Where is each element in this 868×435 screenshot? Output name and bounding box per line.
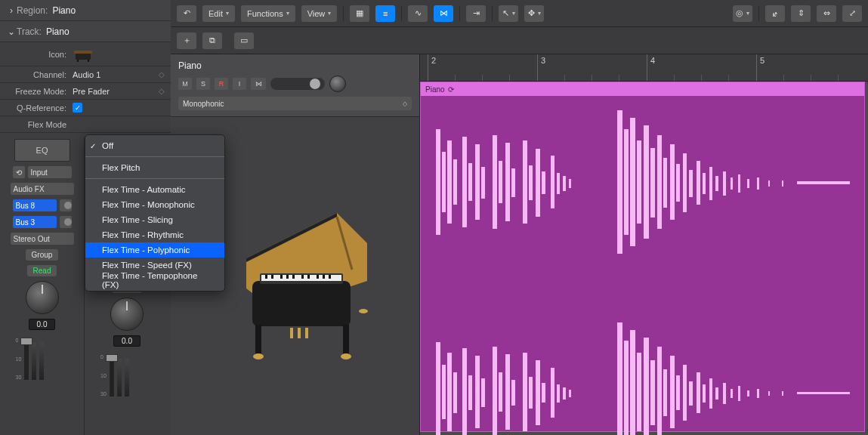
- svg-rect-60: [697, 161, 700, 205]
- pointer-tool[interactable]: ↖▾: [499, 5, 518, 22]
- record-button[interactable]: R: [215, 78, 228, 90]
- input-monitor-button[interactable]: I: [233, 78, 246, 90]
- region-header[interactable]: › Region: Piano: [0, 0, 171, 21]
- svg-rect-62: [709, 167, 712, 200]
- flex-toggle-icon[interactable]: ⋈: [251, 78, 266, 90]
- catch-icon[interactable]: ⇥: [466, 5, 486, 22]
- output-slot[interactable]: Stereo Out: [11, 233, 74, 245]
- region-label: Region:: [17, 5, 48, 16]
- group-button[interactable]: Group: [26, 249, 59, 261]
- channel-row[interactable]: Channel: Audio 1 ◇: [0, 66, 171, 83]
- qref-row[interactable]: Q-Reference: ✓: [0, 100, 171, 116]
- flex-mode-select[interactable]: Monophonic ◇: [178, 97, 412, 110]
- send-bus-1[interactable]: Bus 8: [13, 199, 57, 211]
- svg-rect-75: [453, 372, 457, 413]
- alt-tool[interactable]: ✥▾: [524, 5, 544, 22]
- mute-button[interactable]: M: [178, 78, 192, 90]
- volume-slider[interactable]: [270, 78, 325, 90]
- view-menu[interactable]: View▾: [301, 5, 338, 22]
- flex-menu-item[interactable]: Flex Pitch: [85, 160, 224, 175]
- svg-rect-41: [529, 165, 533, 200]
- audiofx-slot[interactable]: Audio FX: [11, 183, 74, 195]
- back-button[interactable]: ↶: [177, 5, 196, 22]
- svg-rect-67: [747, 179, 749, 188]
- svg-rect-107: [715, 387, 718, 400]
- grid-icon[interactable]: ▦: [350, 5, 369, 22]
- track-value: Piano: [46, 26, 70, 37]
- qref-label: Q-Reference:: [6, 103, 73, 113]
- svg-rect-104: [697, 372, 700, 413]
- edit-menu[interactable]: Edit▾: [202, 5, 235, 22]
- send-knob-1[interactable]: [60, 199, 72, 211]
- level-value[interactable]: 0.0: [113, 335, 141, 347]
- fader-meter[interactable]: 01030: [16, 335, 69, 380]
- pan-knob[interactable]: [110, 298, 144, 331]
- duplicate-track-button[interactable]: ⧉: [202, 32, 222, 49]
- svg-rect-13: [292, 275, 295, 279]
- flex-menu-item[interactable]: Flex Time - Polyphonic: [85, 242, 224, 258]
- svg-rect-12: [286, 275, 289, 279]
- vzoom-icon[interactable]: ⇕: [791, 5, 811, 22]
- svg-rect-95: [637, 353, 641, 431]
- svg-rect-26: [298, 328, 301, 338]
- qref-checkbox[interactable]: ✓: [73, 103, 82, 113]
- svg-rect-50: [630, 118, 635, 246]
- freeze-row[interactable]: Freeze Mode: Pre Fader ◇: [0, 83, 171, 100]
- pan-knob-small[interactable]: [329, 76, 346, 92]
- track-name[interactable]: Piano: [178, 60, 412, 71]
- arrange-area: 2 3 4 5 Piano ⟳: [420, 54, 868, 435]
- timeline-ruler[interactable]: 2 3 4 5: [420, 54, 868, 82]
- svg-rect-102: [683, 365, 687, 421]
- svg-rect-42: [536, 149, 540, 217]
- track-header[interactable]: Piano M S R I ⋈ Monophonic ◇: [171, 54, 419, 117]
- flex-menu-item[interactable]: ✓Off: [85, 138, 224, 153]
- send-knob-2[interactable]: [60, 216, 72, 228]
- svg-rect-14: [301, 275, 304, 279]
- flex-menu-item[interactable]: Flex Time - Slicing: [85, 212, 224, 227]
- flex-row[interactable]: Flex Mode: [0, 116, 171, 133]
- svg-rect-79: [481, 378, 485, 407]
- hzoom-icon[interactable]: ⇔: [817, 5, 836, 22]
- add-track-button[interactable]: ＋: [177, 32, 196, 49]
- stepper-icon[interactable]: ◇: [159, 87, 165, 95]
- svg-rect-33: [468, 163, 472, 201]
- flex-menu-item[interactable]: Flex Time - Automatic: [85, 182, 224, 197]
- functions-menu[interactable]: Functions▾: [241, 5, 295, 22]
- level-value[interactable]: 0.0: [29, 319, 56, 330]
- solo-button[interactable]: S: [196, 78, 210, 90]
- svg-rect-11: [280, 275, 283, 279]
- flex-menu-item[interactable]: Flex Time - Speed (FX): [85, 258, 224, 273]
- track-header[interactable]: ⌄ Track: Piano: [0, 21, 171, 42]
- svg-rect-108: [723, 383, 726, 404]
- audio-region[interactable]: Piano ⟳: [420, 82, 865, 432]
- waveform-zoom[interactable]: ⸙: [765, 5, 785, 22]
- svg-rect-43: [542, 171, 545, 194]
- waveform-icon: [421, 309, 859, 435]
- svg-rect-63: [715, 176, 718, 191]
- flex-mode-menu[interactable]: ✓OffFlex PitchFlex Time - AutomaticFlex …: [85, 134, 225, 292]
- icon-row[interactable]: Icon:: [0, 42, 171, 66]
- send-bus-2[interactable]: Bus 3: [13, 216, 57, 228]
- flex-icon[interactable]: ⋈: [434, 5, 453, 22]
- flex-menu-item[interactable]: Flex Time - Rhythmic: [85, 227, 224, 242]
- svg-rect-21: [343, 325, 349, 355]
- automation-read-button[interactable]: Read: [27, 265, 57, 276]
- automation-icon[interactable]: ∿: [408, 5, 428, 22]
- region-name: Piano: [425, 85, 445, 94]
- input-slot[interactable]: Input: [28, 166, 72, 178]
- stepper-icon[interactable]: ◇: [159, 70, 165, 79]
- fader-meter[interactable]: 01030: [100, 351, 153, 396]
- global-tracks-button[interactable]: ▭: [234, 32, 254, 49]
- eq-slot[interactable]: EQ: [14, 139, 70, 162]
- flex-menu-item[interactable]: Flex Time - Tempophone (FX): [85, 273, 224, 288]
- zoom-fit-icon[interactable]: ⤢: [842, 5, 862, 22]
- flex-menu-item[interactable]: Flex Time - Monophonic: [85, 197, 224, 212]
- svg-rect-84: [523, 353, 527, 431]
- link-icon[interactable]: ⟲: [13, 166, 25, 178]
- list-icon[interactable]: ≡: [375, 5, 395, 22]
- pan-knob[interactable]: [26, 281, 59, 314]
- svg-rect-88: [551, 368, 554, 418]
- ruler-mark: 3: [537, 54, 548, 81]
- svg-rect-106: [709, 378, 712, 409]
- snap-menu[interactable]: ◎▾: [733, 5, 752, 22]
